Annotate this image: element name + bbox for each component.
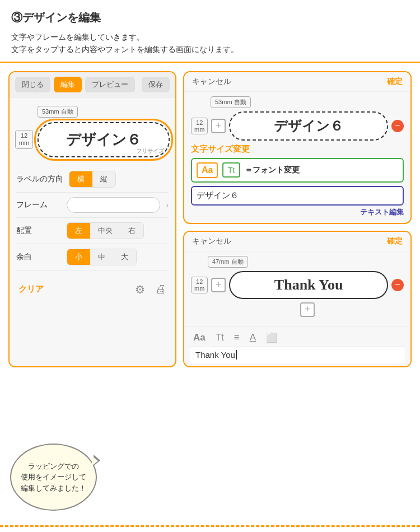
panel2-label-row: 12mm + Thank You −	[191, 271, 404, 299]
panel1-label-display[interactable]: デザイン６	[229, 111, 388, 141]
panel1-remove-button[interactable]: −	[391, 120, 404, 132]
bottom-border-decoration	[0, 525, 420, 532]
align-row: 配置 左 中央 右	[16, 218, 169, 244]
gear-icon[interactable]: ⚙	[135, 283, 145, 296]
panel2-align-icon[interactable]: ≡	[234, 332, 240, 343]
page-header: ③デザインを編集 文字やフレームを編集していきます。 文字をタップすると内容やフ…	[0, 0, 420, 63]
panel1-confirm-button[interactable]: 確定	[387, 77, 403, 87]
panel2-font-size-icon[interactable]: Aa	[193, 332, 206, 343]
panel2-size-badge: 47mm 自動	[208, 256, 248, 268]
label-preview-area: 53mm 自動 12mm デザイン６ フリサイズ	[10, 97, 175, 162]
text-input-value[interactable]: デザイン６	[197, 190, 239, 200]
text-input-section: デザイン６	[191, 186, 404, 206]
page-description: 文字やフレームを編集していきます。 文字をタップすると内容やフォントを編集する画…	[11, 31, 409, 56]
panel2-confirm-button[interactable]: 確定	[387, 236, 403, 246]
margin-medium-button[interactable]: 中	[90, 249, 113, 265]
align-btn-group: 左 中央 右	[67, 222, 144, 239]
frame-display[interactable]	[67, 197, 160, 213]
label-display[interactable]: デザイン６ フリサイズ	[38, 122, 170, 157]
panel2-icons-row: Aa Tt ≡ A ⬜	[190, 330, 405, 346]
left-panel-footer: クリア ⚙ 🖨	[10, 277, 175, 302]
panel2-label-display[interactable]: Thank You	[229, 271, 388, 299]
direction-label: ラベルの方向	[16, 174, 63, 184]
align-left-button[interactable]: 左	[67, 223, 90, 239]
align-label: 配置	[16, 226, 61, 236]
speech-bubble: ラッピングでの 使用をイメージして 編集してみました！	[10, 444, 97, 511]
font-tt-button[interactable]: Tt	[222, 162, 240, 178]
panel2-cancel-button[interactable]: キャンセル	[192, 236, 231, 246]
align-center-button[interactable]: 中央	[90, 223, 120, 239]
margin-small-button[interactable]: 小	[67, 249, 90, 265]
settings-area: ラベルの方向 横 縦 フレーム › 配置 左 中央 右	[10, 162, 175, 275]
mm-badge: 12mm	[15, 130, 33, 149]
direction-btn-group: 横 縦	[69, 171, 116, 188]
font-aa-button[interactable]: Aa	[197, 162, 218, 178]
panel2-plus-below-button[interactable]: +	[300, 302, 315, 317]
panel1-size-badge: 53mm 自動	[211, 96, 251, 108]
margin-btn-group: 小 中 大	[67, 249, 137, 265]
speech-bubble-text: ラッピングでの 使用をイメージして 編集してみました！	[21, 461, 86, 494]
direction-yoko-button[interactable]: 横	[69, 171, 92, 187]
left-panel: 閉じる 編集 プレビュー 保存 53mm 自動 12mm デザイン６ フリサイズ…	[8, 71, 176, 367]
clear-button[interactable]: クリア	[18, 284, 44, 295]
size-badge: 53mm 自動	[38, 106, 78, 118]
frame-label: フレーム	[16, 200, 61, 210]
panel2-content: 47mm 自動 12mm + Thank You − +	[184, 251, 410, 326]
print-icon[interactable]: 🖨	[155, 283, 166, 296]
label-row: 12mm デザイン６ フリサイズ	[15, 122, 170, 157]
margin-large-button[interactable]: 大	[113, 249, 136, 265]
panel2-font-color-icon[interactable]: A	[250, 332, 256, 343]
footer-icons: ⚙ 🖨	[135, 283, 166, 296]
chevron-icon: ›	[166, 200, 169, 209]
preview-button[interactable]: プレビュー	[85, 77, 135, 92]
direction-tate-button[interactable]: 縦	[92, 171, 115, 187]
main-content: 閉じる 編集 プレビュー 保存 53mm 自動 12mm デザイン６ フリサイズ…	[0, 63, 420, 373]
panel1-content: 53mm 自動 12mm + デザイン６ − 文字サイズ変更 Aa Tt ＝フォ…	[184, 92, 410, 223]
panel1-plus-button[interactable]: +	[211, 119, 226, 133]
margin-label: 余白	[16, 252, 61, 262]
panel2-mm-badge: 12mm	[191, 277, 208, 293]
right-panel-2: キャンセル 確定 47mm 自動 12mm + Thank You − +	[183, 231, 412, 367]
panel2-toolbar: キャンセル 確定	[184, 232, 410, 251]
panel2-text-input[interactable]: Thank You	[190, 346, 405, 363]
panel2-font-style-icon[interactable]: Tt	[216, 332, 224, 343]
frame-row: フレーム ›	[16, 193, 169, 218]
save-button[interactable]: 保存	[142, 77, 170, 92]
text-edit-annotation: テキスト編集	[191, 207, 404, 217]
align-right-button[interactable]: 右	[120, 223, 143, 239]
margin-row: 余白 小 中 大	[16, 244, 169, 270]
resize-label: フリサイズ	[136, 147, 164, 155]
page-title: ③デザインを編集	[11, 10, 409, 25]
panel1-cancel-button[interactable]: キャンセル	[192, 77, 231, 87]
direction-row: ラベルの方向 横 縦	[16, 166, 169, 193]
right-panels: キャンセル 確定 53mm 自動 12mm + デザイン６ − 文字サイズ変更 …	[183, 71, 412, 367]
panel2-remove-button[interactable]: −	[391, 279, 404, 291]
panel1-label-row: 12mm + デザイン６ −	[191, 111, 404, 141]
right-panel-1: キャンセル 確定 53mm 自動 12mm + デザイン６ − 文字サイズ変更 …	[183, 71, 412, 224]
panel2-frame-icon[interactable]: ⬜	[266, 332, 278, 344]
font-section: Aa Tt ＝フォント変更	[191, 158, 404, 183]
close-button[interactable]: 閉じる	[15, 77, 50, 92]
left-panel-toolbar: 閉じる 編集 プレビュー 保存	[10, 72, 175, 97]
edit-button[interactable]: 編集	[54, 77, 82, 92]
panel2-plus-button[interactable]: +	[211, 278, 226, 292]
size-change-label: 文字サイズ変更	[191, 144, 404, 155]
panel1-toolbar: キャンセル 確定	[184, 72, 410, 92]
panel2-footer: Aa Tt ≡ A ⬜ Thank You	[184, 326, 410, 366]
font-change-label: ＝フォント変更	[245, 165, 300, 175]
panel1-mm-badge: 12mm	[191, 118, 208, 134]
